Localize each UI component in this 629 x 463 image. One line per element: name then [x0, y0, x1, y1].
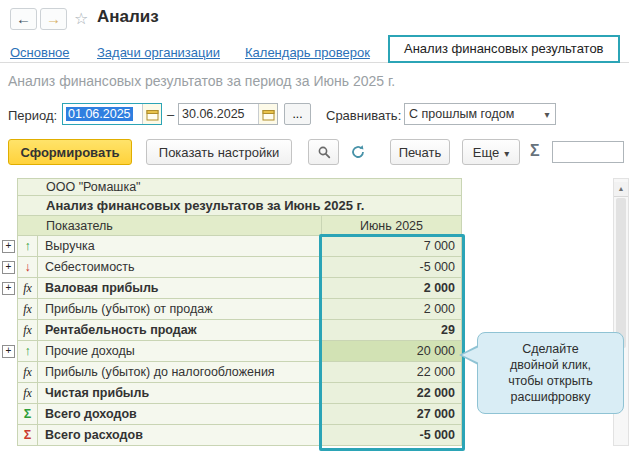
nav-link-tasks[interactable]: Задачи организации: [97, 45, 220, 60]
row-value[interactable]: 2 000: [322, 278, 462, 299]
row-value[interactable]: 29: [322, 320, 462, 341]
compare-select[interactable]: С прошлым годом: [404, 103, 556, 125]
callout-pointer-fill: [462, 347, 479, 363]
company-row[interactable]: ООО "Ромашка": [0, 178, 462, 196]
column-header-indicator: Показатель: [17, 216, 322, 236]
search-icon: [317, 145, 331, 159]
calendar-icon: [262, 108, 275, 121]
row-label[interactable]: Выручка: [38, 236, 322, 257]
row-value[interactable]: -5 000: [322, 257, 462, 278]
period-label: Период:: [8, 108, 57, 123]
report-subtitle: Анализ финансовых результатов за период …: [8, 73, 395, 89]
calendar-button[interactable]: [142, 104, 161, 124]
arrow-up-icon: ↑: [24, 239, 30, 253]
report-title-row[interactable]: Анализ финансовых результатов за Июнь 20…: [0, 196, 462, 216]
sigma-green-icon: Σ: [24, 407, 32, 421]
print-button[interactable]: Печать: [390, 139, 450, 165]
row-value[interactable]: 22 000: [322, 362, 462, 383]
fx-icon: fx: [23, 323, 32, 338]
nav-link-calendar[interactable]: Календарь проверок: [245, 45, 370, 60]
more-button[interactable]: Еще: [462, 139, 520, 165]
autosum-sigma-icon: Σ: [530, 142, 540, 160]
fx-icon: fx: [23, 281, 32, 296]
row-expander[interactable]: [2, 282, 15, 295]
favorite-star-icon[interactable]: ☆: [74, 9, 88, 28]
arrow-down-icon: ↓: [24, 260, 30, 274]
company-cell[interactable]: ООО "Ромашка": [17, 178, 462, 196]
row-label[interactable]: Прибыль (убыток) от продаж: [38, 299, 322, 320]
table-row[interactable]: ↑ Прочие доходы 20 000: [0, 341, 462, 362]
more-button-label: Еще: [473, 145, 499, 160]
table-row[interactable]: Σ Всего доходов 27 000: [0, 404, 462, 425]
row-label[interactable]: Рентабельность продаж: [38, 320, 322, 341]
row-value[interactable]: 20 000: [322, 341, 462, 362]
row-value[interactable]: 27 000: [322, 404, 462, 425]
search-button[interactable]: [308, 139, 339, 165]
row-value[interactable]: 22 000: [322, 383, 462, 404]
report-table: ООО "Ромашка" Анализ финансовых результа…: [0, 178, 462, 446]
callout-tooltip: Сделайте двойной клик, чтобы открыть рас…: [477, 332, 624, 414]
back-button[interactable]: ←: [10, 8, 37, 30]
page-title: Анализ: [97, 7, 159, 27]
callout-text: Сделайте двойной клик, чтобы открыть рас…: [508, 341, 593, 405]
row-label[interactable]: Всего доходов: [38, 404, 322, 425]
row-label[interactable]: Валовая прибыль: [38, 278, 322, 299]
table-row[interactable]: Σ Всего расходов -5 000: [0, 425, 462, 446]
refresh-button[interactable]: [344, 139, 372, 165]
report-title-cell[interactable]: Анализ финансовых результатов за Июнь 20…: [17, 196, 462, 216]
row-value[interactable]: 7 000: [322, 236, 462, 257]
row-label[interactable]: Чистая прибыль: [38, 383, 322, 404]
row-value[interactable]: -5 000: [322, 425, 462, 446]
sigma-red-icon: Σ: [24, 428, 32, 442]
compare-value: С прошлым годом: [405, 107, 539, 121]
table-row[interactable]: ↑ Выручка 7 000: [0, 236, 462, 257]
date-range-dash: –: [167, 107, 174, 122]
fx-icon: fx: [23, 386, 32, 401]
chevron-down-icon: [504, 145, 509, 160]
table-row[interactable]: fx Валовая прибыль 2 000: [0, 278, 462, 299]
refresh-icon: [350, 144, 366, 160]
date-to-input[interactable]: 30.06.2025: [178, 103, 278, 125]
table-row[interactable]: fx Рентабельность продаж 29: [0, 320, 462, 341]
row-label[interactable]: Себестоимость: [38, 257, 322, 278]
period-more-button[interactable]: ...: [284, 103, 311, 125]
table-row[interactable]: fx Чистая прибыль 22 000: [0, 383, 462, 404]
table-header-row: Показатель Июнь 2025: [0, 216, 462, 236]
scrollbar-thumb[interactable]: [616, 198, 626, 348]
arrow-up-icon: ↑: [24, 344, 30, 358]
fx-icon: fx: [23, 302, 32, 317]
row-label[interactable]: Всего расходов: [38, 425, 322, 446]
report-rows: ↑ Выручка 7 000 ↓ Себестоимость -5 000 f…: [0, 236, 462, 446]
row-expander[interactable]: [2, 240, 15, 253]
column-header-period: Июнь 2025: [322, 216, 462, 236]
row-value[interactable]: 2 000: [322, 299, 462, 320]
app-window: ← → ☆ Анализ Основное Задачи организации…: [0, 0, 629, 463]
table-row[interactable]: ↓ Себестоимость -5 000: [0, 257, 462, 278]
date-from-input[interactable]: 01.06.2025: [62, 103, 162, 125]
calendar-button[interactable]: [258, 104, 277, 124]
generate-button[interactable]: Сформировать: [8, 139, 132, 165]
table-row[interactable]: fx Прибыль (убыток) до налогообложения 2…: [0, 362, 462, 383]
compare-label: Сравнивать:: [326, 108, 401, 123]
table-row[interactable]: fx Прибыль (убыток) от продаж 2 000: [0, 299, 462, 320]
calendar-icon: [146, 108, 159, 121]
chevron-down-icon: [539, 107, 555, 121]
row-expander[interactable]: [2, 261, 15, 274]
show-settings-button[interactable]: Показать настройки: [146, 139, 292, 165]
row-label[interactable]: Прибыль (убыток) до налогообложения: [38, 362, 322, 383]
date-to-value: 30.06.2025: [179, 107, 258, 121]
autosum-field[interactable]: [552, 141, 624, 163]
fx-icon: fx: [23, 365, 32, 380]
forward-button[interactable]: →: [40, 8, 67, 30]
tab-financial-analysis[interactable]: Анализ финансовых результатов: [388, 35, 620, 63]
date-from-value: 01.06.2025: [66, 107, 133, 121]
row-expander[interactable]: [2, 345, 15, 358]
scroll-up-button[interactable]: [614, 182, 628, 197]
nav-link-main[interactable]: Основное: [10, 45, 70, 60]
row-label[interactable]: Прочие доходы: [38, 341, 322, 362]
